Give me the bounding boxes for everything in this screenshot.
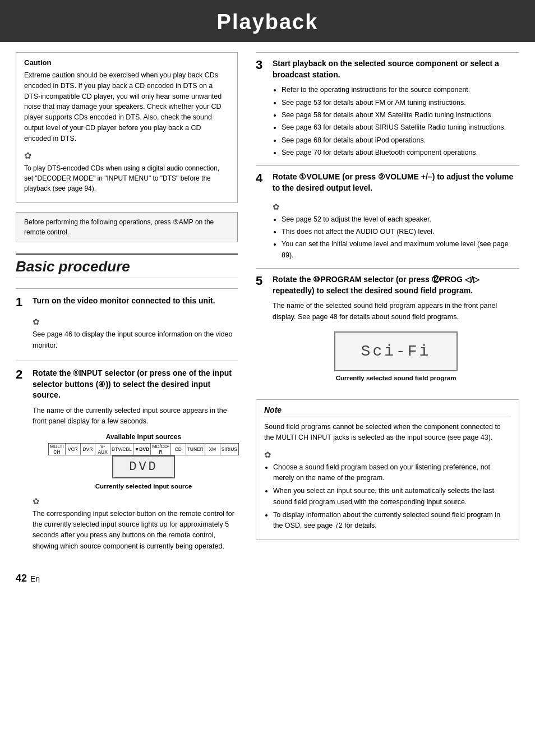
step-2-num: 2: [16, 368, 28, 381]
step-4-num: 4: [256, 172, 268, 185]
step-3-bullet-5: See page 68 for details about iPod opera…: [282, 135, 519, 146]
scifi-display: Sci-Fi: [334, 331, 458, 371]
tip-icon-step4: ✿: [273, 202, 280, 212]
input-cell-sirius: SIRIUS: [220, 444, 238, 455]
step-3-bullet-2: See page 53 for details about FM or AM t…: [282, 98, 519, 108]
caution-title: Caution: [24, 58, 229, 67]
input-cell-vaux: V-AUX: [95, 444, 110, 455]
tip-icon-note: ✿: [264, 450, 271, 460]
step-4-list: See page 52 to adjust the level of each …: [273, 214, 519, 261]
section-title-block: Basic procedure: [16, 253, 238, 278]
input-cell-dtvcbl: DTV/CBL: [110, 444, 133, 455]
left-column: Caution Extreme caution should be exerci…: [16, 52, 251, 561]
note-title: Note: [264, 405, 511, 417]
note-tip-2: When you select an input source, this un…: [273, 486, 511, 508]
note-box: Note Sound field programs cannot be sele…: [256, 399, 519, 540]
step-3-bullet-1: Refer to the operating instructions for …: [282, 85, 519, 95]
tip-icon-step2: ✿: [33, 496, 40, 506]
input-bar: MULTI CH VCR DVR V-AUX DTV/CBL ▼DVD MD/C…: [48, 443, 239, 455]
input-cell-tuner: TUNER: [186, 444, 205, 455]
input-cell-dvr: DVR: [81, 444, 96, 455]
step-5-title: Rotate the ⑩PROGRAM selector (or press ⑫…: [273, 274, 519, 296]
note-tip-3: To display information about the current…: [273, 510, 511, 532]
step-2-title: Rotate the ®INPUT selector (or press one…: [33, 368, 238, 401]
step-3-bullet-4: See page 63 for details about SIRIUS Sat…: [282, 122, 519, 133]
step-3-bullet-3: See page 58 for details about XM Satelli…: [282, 110, 519, 121]
step-5-body: The name of the selected sound field pro…: [273, 301, 519, 322]
notice-box: Before performing the following operatio…: [16, 212, 238, 242]
caution-tip: To play DTS-encoded CDs when using a dig…: [24, 163, 229, 193]
page-number: 42: [16, 573, 27, 584]
section-title: Basic procedure: [16, 258, 130, 275]
step-4-bullet-1: See page 52 to adjust the level of each …: [282, 214, 519, 225]
caution-body: Extreme caution should be exercised when…: [24, 70, 229, 144]
tip-icon-step1: ✿: [33, 317, 40, 327]
input-cell-multich: MULTI CH: [49, 444, 66, 455]
input-cell-mdcdr: MD/CD-R: [151, 444, 171, 455]
dvd-display-area: DVD: [112, 455, 175, 478]
step-3-num: 3: [256, 58, 268, 72]
input-cell-cd: CD: [171, 444, 186, 455]
right-column: 3 Start playback on the selected source …: [251, 52, 519, 561]
step-4-bullet-3: You can set the initial volume level and…: [282, 239, 519, 261]
step-5-num: 5: [256, 274, 268, 288]
tip-icon-1: ✿: [24, 150, 31, 161]
step-3-bullet-6: See page 70 for details about Bluetooth …: [282, 147, 519, 158]
caution-box: Caution Extreme caution should be exerci…: [16, 52, 238, 203]
input-cell-vcr: VCR: [66, 444, 81, 455]
step-5: 5 Rotate the ⑩PROGRAM selector (or press…: [256, 268, 519, 391]
step-1-title: Turn on the video monitor connected to t…: [33, 296, 215, 307]
page-title: Playback: [0, 10, 535, 34]
dvd-display: DVD: [112, 455, 175, 478]
step-3-list: Refer to the operating instructions for …: [273, 85, 519, 158]
page-header: Playback: [0, 0, 535, 42]
diagram-label: Available input sources: [49, 433, 238, 441]
input-diagram: Available input sources MULTI CH VCR DVR…: [49, 433, 238, 490]
step-2: 2 Rotate the ®INPUT selector (or press o…: [16, 361, 238, 561]
step-4-bullet-2: This does not affect the AUDIO OUT (REC)…: [282, 227, 519, 237]
step-3-title: Start playback on the selected source co…: [273, 58, 519, 80]
step-1-num: 1: [16, 296, 28, 309]
step-1: 1 Turn on the video monitor connected to…: [16, 288, 238, 361]
step-4: 4 Rotate ①VOLUME (or press ②VOLUME +/–) …: [256, 165, 519, 268]
step-4-title: Rotate ①VOLUME (or press ②VOLUME +/–) to…: [273, 172, 519, 193]
note-tip-list: Choose a sound field program based on yo…: [264, 462, 511, 532]
note-body: Sound field programs cannot be selected …: [264, 422, 511, 443]
page-lang: En: [30, 574, 40, 583]
scifi-display-area: Sci-Fi Currently selected sound field pr…: [273, 331, 519, 381]
diagram-caption: Currently selected input source: [49, 483, 238, 490]
step-3: 3 Start playback on the selected source …: [256, 52, 519, 165]
step-2-body: The name of the currently selected input…: [33, 405, 238, 427]
input-cell-dvd: ▼DVD: [133, 444, 151, 455]
notice-text: Before performing the following operatio…: [24, 218, 214, 236]
step-1-tip: See page 46 to display the input source …: [33, 329, 238, 351]
note-tip-1: Choose a sound field program based on yo…: [273, 462, 511, 484]
step-2-tip: The corresponding input selector button …: [33, 509, 238, 552]
scifi-caption: Currently selected sound field program: [336, 375, 456, 381]
input-cell-xm: XM: [205, 444, 220, 455]
page-footer: 42 En: [0, 561, 535, 590]
